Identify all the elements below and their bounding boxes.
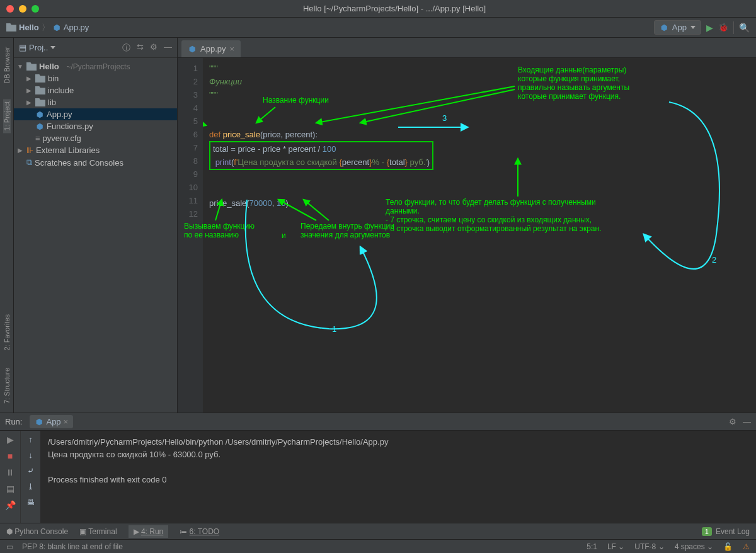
python-file-icon: ⬢ [52, 23, 61, 32]
line-separator[interactable]: LF ⌄ [607, 542, 624, 551]
editor-tabs: ⬢ App.py × [178, 38, 756, 58]
event-log-badge: 1 [702, 527, 712, 536]
project-tab[interactable]: 1: Project [3, 99, 11, 133]
annotation-num-1: 1 [332, 322, 336, 336]
titlebar: Hello [~/PycharmProjects/Hello] - .../Ap… [0, 0, 756, 18]
structure-tab[interactable]: 7: Structure [3, 365, 11, 406]
db-browser-tab[interactable]: DB Browser [3, 44, 11, 86]
pin-button[interactable]: 📌 [5, 500, 16, 510]
lock-icon[interactable]: 🔓 [723, 542, 733, 551]
close-tab-icon[interactable]: × [229, 44, 234, 54]
tree-file-app[interactable]: ⬢ App.py [14, 108, 177, 120]
debug-button[interactable]: 🐞 [718, 23, 728, 32]
tree-scratches[interactable]: ⧉ Scratches and Consoles [14, 156, 177, 169]
gear-icon[interactable]: ⚙ [150, 42, 158, 54]
tree-external-libs[interactable]: ▶⊪ External Libraries [14, 144, 177, 156]
left-tool-strip: DB Browser 1: Project 2: Favorites 7: St… [0, 38, 14, 413]
inspection-icon[interactable]: ⚠ [743, 542, 750, 551]
run-config-selector[interactable]: ⬢ App [654, 20, 701, 35]
run-tab[interactable]: ⬢ App × [30, 415, 73, 428]
close-window[interactable] [6, 5, 14, 13]
cursor-position[interactable]: 5:1 [587, 542, 597, 551]
search-icon[interactable]: 🔍 [739, 23, 750, 33]
rerun-button[interactable]: ▶ [7, 435, 14, 445]
python-icon: ⬢ [660, 23, 668, 32]
folder-icon [26, 62, 37, 71]
folder-icon [6, 23, 16, 31]
navbar: Hello 〉 ⬢ App.py ⬢ App ▶ 🐞 🔍 [0, 18, 756, 38]
project-icon: ▤ [19, 43, 26, 52]
python-file-icon: ⬢ [188, 45, 197, 54]
library-icon: ⊪ [26, 145, 33, 155]
run-actions: ▶ ■ ⏸ ▤ 📌 [0, 431, 20, 523]
chevron-down-icon [690, 26, 696, 29]
favorites-tab[interactable]: 2: Favorites [3, 312, 11, 353]
up-icon[interactable]: ↑ [28, 435, 33, 444]
pause-button[interactable]: ⏸ [6, 467, 14, 477]
python-icon: ⬢ [35, 418, 43, 426]
wrap-icon[interactable]: ⤶ [27, 466, 34, 476]
breadcrumb-project[interactable]: Hello [19, 23, 39, 32]
annotation-args: Передаем внутрь функции значения для арг… [301, 222, 394, 239]
separator [733, 21, 734, 34]
close-icon[interactable]: × [64, 417, 69, 426]
status-bar: ▭ PEP 8: blank line at end of file 5:1 L… [0, 539, 756, 553]
breadcrumb-file[interactable]: App.py [64, 23, 89, 32]
run-tab-bottom[interactable]: ▶ 4: Run [129, 525, 169, 538]
layout-button[interactable]: ▤ [6, 484, 14, 494]
tree-folder-lib[interactable]: ▶ lib [14, 96, 177, 108]
folder-icon [35, 98, 45, 106]
maximize-window[interactable] [32, 5, 39, 13]
run-panel: Run: ⬢ App × ⚙ — ▶ ■ ⏸ ▤ 📌 ↑ ↓ ⤶ ⤓ 🖶 /Us… [0, 413, 756, 523]
minimize-window[interactable] [19, 5, 26, 13]
tree-file-pyvenv[interactable]: ≡ pyvenv.cfg [14, 132, 177, 144]
stop-button[interactable]: ■ [8, 451, 13, 461]
console-output[interactable]: /Users/dmitriy/PycharmProjects/Hello/bin… [40, 431, 756, 523]
run-output-actions: ↑ ↓ ⤶ ⤓ 🖶 [20, 431, 40, 523]
run-config-label: App [672, 23, 687, 32]
chevron-down-icon [50, 46, 55, 49]
event-log-tab[interactable]: Event Log [716, 527, 750, 536]
bottom-tool-bar: ⬢ Python Console ▣ Terminal ▶ 4: Run ≔ 6… [0, 523, 756, 539]
tree-file-functions[interactable]: ⬢ Functions.py [14, 120, 177, 132]
todo-tab[interactable]: ≔ 6: TODO [180, 527, 219, 536]
window-title: Hello [~/PycharmProjects/Hello] - .../Ap… [39, 4, 750, 13]
sidebar-title[interactable]: ▤ Proj.. [19, 43, 55, 52]
annotation-and: и [282, 231, 286, 240]
line-gutter[interactable]: 123456789101112 [178, 58, 203, 413]
folder-icon [35, 86, 45, 94]
tree-root[interactable]: ▼ Hello ~/PycharmProjects [14, 60, 177, 72]
project-tree[interactable]: ▼ Hello ~/PycharmProjects ▶ bin ▶ includ… [14, 58, 177, 413]
python-console-tab[interactable]: ⬢ Python Console [6, 527, 68, 536]
indent-setting[interactable]: 4 spaces ⌄ [675, 542, 713, 551]
hide-icon[interactable]: — [164, 42, 172, 54]
python-file-icon: ⬢ [35, 110, 44, 119]
editor-tab-app[interactable]: ⬢ App.py × [181, 40, 241, 57]
status-message: PEP 8: blank line at end of file [22, 542, 123, 551]
python-file-icon: ⬢ [35, 122, 44, 131]
run-button[interactable]: ▶ [706, 23, 713, 33]
status-icon[interactable]: ▭ [6, 542, 13, 551]
scratch-icon: ⧉ [26, 157, 32, 168]
project-sidebar: ▤ Proj.. ⓘ ⇆ ⚙ — ▼ Hello ~/PycharmProjec… [14, 38, 178, 413]
annotation-num-2: 2 [712, 253, 716, 266]
window-controls[interactable] [6, 5, 39, 13]
tree-folder-bin[interactable]: ▶ bin [14, 72, 177, 84]
editor-area: ⬢ App.py × 123456789101112 """ Функции "… [178, 38, 756, 413]
terminal-tab[interactable]: ▣ Terminal [79, 527, 117, 536]
run-panel-title: Run: [5, 417, 22, 426]
tree-folder-include[interactable]: ▶ include [14, 84, 177, 96]
folder-icon [35, 74, 45, 83]
scroll-icon[interactable]: ⤓ [27, 482, 34, 491]
text-file-icon: ≡ [35, 134, 40, 143]
target-icon[interactable]: ⓘ [122, 42, 130, 54]
breadcrumb-sep: 〉 [42, 22, 50, 33]
file-encoding[interactable]: UTF-8 ⌄ [634, 542, 664, 551]
gear-icon[interactable]: ⚙ [729, 417, 736, 426]
down-icon[interactable]: ↓ [28, 450, 33, 460]
hide-panel-icon[interactable]: — [743, 417, 751, 426]
code-editor[interactable]: """ Функции """ def price_sale(price, pe… [203, 58, 756, 413]
print-icon[interactable]: 🖶 [26, 498, 35, 507]
collapse-icon[interactable]: ⇆ [137, 42, 144, 54]
